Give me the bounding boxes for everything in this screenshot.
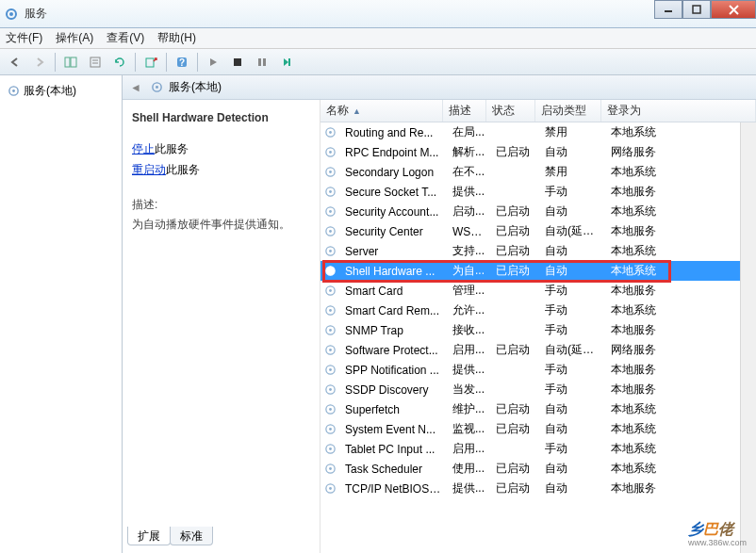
forward-button[interactable]: [28, 52, 51, 73]
tree-root-item[interactable]: 服务(本地): [4, 81, 118, 101]
service-row[interactable]: TCP/IP NetBIOS ...提供...已启动自动本地服务: [320, 479, 756, 498]
service-row[interactable]: Secondary Logon在不...禁用本地系统: [320, 162, 756, 182]
service-row[interactable]: Superfetch维护...已启动自动本地系统: [320, 399, 756, 419]
cell-logon: 本地系统: [605, 419, 756, 439]
cell-desc: 启用...: [447, 340, 490, 360]
gear-icon: [324, 245, 339, 257]
svg-point-29: [329, 190, 332, 193]
list-body[interactable]: Routing and Re...在局...禁用本地系统RPC Endpoint…: [320, 122, 756, 553]
column-desc[interactable]: 描述: [443, 100, 486, 122]
svg-point-53: [329, 428, 332, 431]
service-row[interactable]: Secure Socket T...提供...手动本地服务: [320, 182, 756, 202]
cell-desc: 当发...: [447, 380, 490, 399]
gear-icon: [324, 324, 339, 336]
show-hide-tree-button[interactable]: [59, 52, 82, 73]
toolbar-separator: [166, 53, 167, 72]
tab-standard[interactable]: 标准: [170, 527, 213, 545]
menu-action[interactable]: 操作(A): [56, 30, 93, 46]
gear-icon: [324, 265, 339, 277]
gear-icon: [324, 443, 339, 455]
cell-logon: 本地服务: [605, 281, 756, 301]
cell-status: [490, 368, 539, 372]
restart-service-button[interactable]: [275, 52, 298, 73]
window-controls: [654, 0, 756, 19]
back-button[interactable]: [4, 52, 26, 73]
cell-status: 已启动: [490, 221, 539, 241]
service-row[interactable]: SPP Notification ...提供...手动本地服务: [320, 360, 756, 380]
tree-root-label: 服务(本地): [24, 83, 76, 99]
menu-help[interactable]: 帮助(H): [157, 30, 196, 46]
column-logon[interactable]: 登录为: [601, 100, 756, 122]
cell-startup: 禁用: [539, 122, 605, 142]
cell-name: Shell Hardware ...: [339, 263, 447, 280]
stop-suffix: 此服务: [155, 142, 189, 155]
cell-desc: 管理...: [447, 281, 490, 301]
service-row[interactable]: Software Protect...启用...已启动自动(延迟...网络服务: [320, 340, 756, 360]
cell-logon: 本地系统: [605, 399, 756, 419]
cell-status: [490, 388, 539, 392]
service-row[interactable]: RPC Endpoint M...解析...已启动自动网络服务: [320, 142, 756, 162]
svg-point-23: [329, 131, 332, 134]
cell-status: [490, 131, 539, 135]
cell-desc: 为自...: [447, 261, 490, 281]
service-row[interactable]: Server支持...已启动自动本地系统: [320, 241, 756, 261]
refresh-button[interactable]: [108, 52, 131, 73]
help-button[interactable]: ?: [171, 52, 193, 73]
service-row[interactable]: System Event N...监视...已启动自动本地系统: [320, 419, 756, 439]
restart-link[interactable]: 重启动: [132, 163, 166, 176]
cell-startup: 自动: [539, 241, 605, 261]
service-row[interactable]: SNMP Trap接收...手动本地服务: [320, 320, 756, 340]
cell-name: SPP Notification ...: [339, 362, 447, 379]
cell-logon: 本地服务: [605, 221, 756, 241]
cell-desc: 启用...: [447, 439, 490, 459]
toolbar-separator: [55, 53, 56, 72]
tab-extended[interactable]: 扩展: [127, 527, 171, 545]
svg-point-55: [329, 447, 332, 450]
gear-icon: [324, 482, 339, 495]
service-row[interactable]: Task Scheduler使用...已启动自动本地系统: [320, 459, 756, 479]
cell-desc: 提供...: [447, 182, 490, 202]
desc-label: 描述:: [132, 197, 310, 213]
left-tree-panel: 服务(本地): [0, 75, 123, 553]
menu-view[interactable]: 查看(V): [107, 30, 144, 46]
column-name[interactable]: 名称▲: [320, 100, 443, 122]
service-row[interactable]: Security CenterWSC...已启动自动(延迟...本地服务: [320, 221, 756, 241]
cell-startup: 手动: [539, 320, 605, 340]
gear-icon: [324, 344, 339, 356]
cell-desc: 使用...: [447, 459, 490, 479]
cell-startup: 手动: [539, 360, 605, 380]
maximize-button[interactable]: [682, 0, 711, 19]
service-row[interactable]: Tablet PC Input ...启用...手动本地系统: [320, 439, 756, 459]
svg-point-51: [329, 408, 332, 411]
column-status[interactable]: 状态: [486, 100, 535, 122]
cell-name: Server: [339, 243, 447, 260]
service-row[interactable]: Shell Hardware ...为自...已启动自动本地系统: [320, 261, 756, 281]
cell-desc: 接收...: [447, 320, 490, 340]
properties-button[interactable]: [84, 52, 107, 73]
pause-service-button[interactable]: [251, 52, 273, 73]
service-row[interactable]: Smart Card管理...手动本地服务: [320, 281, 756, 301]
gear-icon: [324, 364, 339, 376]
service-row[interactable]: Security Account...启动...已启动自动本地系统: [320, 202, 756, 221]
cell-desc: 提供...: [447, 479, 490, 498]
stop-service-button[interactable]: [226, 52, 249, 73]
svg-point-49: [329, 388, 332, 391]
start-service-button[interactable]: [202, 52, 224, 73]
cell-status: [490, 190, 539, 194]
menu-file[interactable]: 文件(F): [6, 30, 42, 46]
export-button[interactable]: [140, 52, 162, 73]
column-startup[interactable]: 启动类型: [535, 100, 601, 122]
desc-text: 为自动播放硬件事件提供通知。: [132, 217, 310, 233]
watermark: 乡巴佬 www.386w.com: [688, 520, 747, 547]
stop-link[interactable]: 停止: [132, 142, 155, 155]
service-row[interactable]: Smart Card Rem...允许...手动本地系统: [320, 301, 756, 320]
cell-name: Smart Card: [339, 283, 447, 300]
menubar: 文件(F) 操作(A) 查看(V) 帮助(H): [0, 28, 756, 49]
cell-status: 已启动: [490, 459, 539, 479]
cell-name: SNMP Trap: [339, 322, 447, 339]
minimize-button[interactable]: [654, 0, 682, 19]
close-button[interactable]: [711, 0, 756, 19]
service-row[interactable]: Routing and Re...在局...禁用本地系统: [320, 122, 756, 142]
vertical-scrollbar[interactable]: [740, 122, 756, 553]
service-row[interactable]: SSDP Discovery当发...手动本地服务: [320, 380, 756, 399]
